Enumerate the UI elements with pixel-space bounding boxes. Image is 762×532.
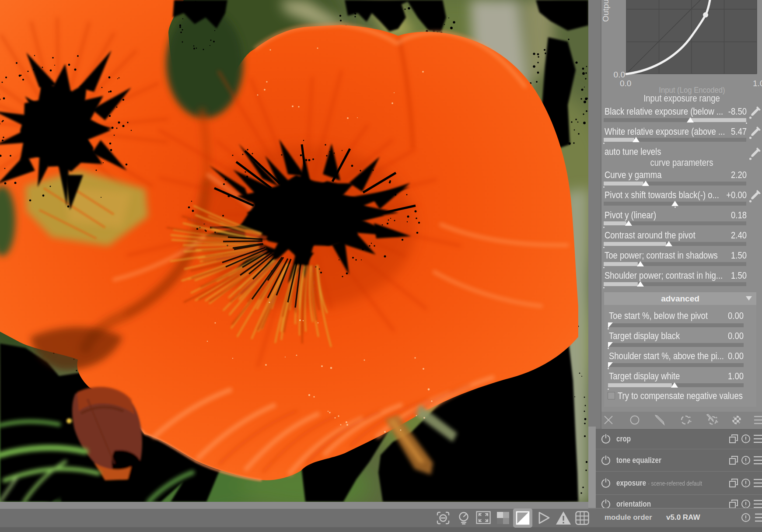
svg-text:1.0: 1.0 (753, 79, 762, 88)
svg-text:Output: Output (601, 0, 610, 22)
svg-text:0.0: 0.0 (620, 79, 631, 88)
svg-text:0.0: 0.0 (614, 70, 625, 79)
